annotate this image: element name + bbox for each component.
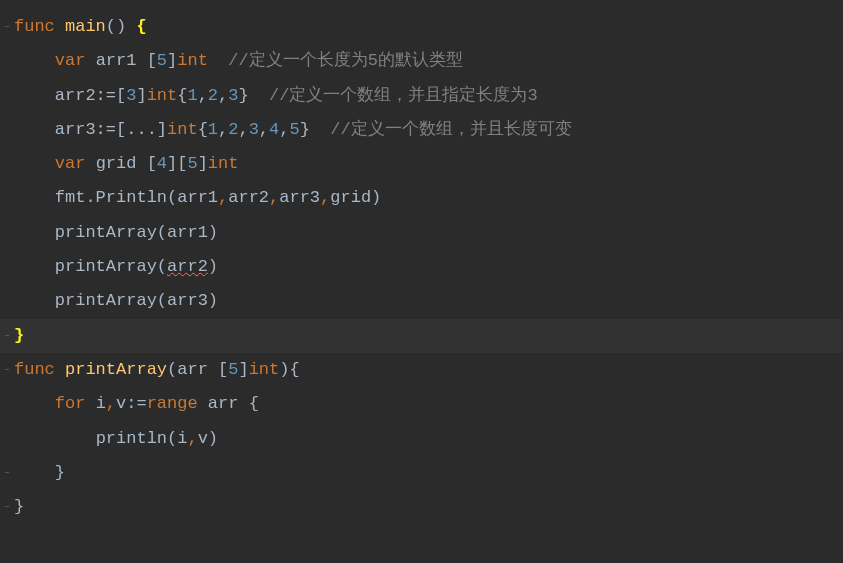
indent xyxy=(14,257,55,276)
indent xyxy=(14,223,55,242)
code-line[interactable]: – arr2:=[3]int{1,2,3} //定义一个数组，并且指定长度为3 xyxy=(0,79,843,113)
fold-marker-icon[interactable]: – xyxy=(4,456,10,490)
code-token: func xyxy=(14,17,65,36)
code-token: arr3 xyxy=(279,188,320,207)
code-token: func xyxy=(14,360,65,379)
code-token: v) xyxy=(198,429,218,448)
code-token: int xyxy=(249,360,280,379)
code-line[interactable]: – println(i,v) xyxy=(0,422,843,456)
code-token: println(i xyxy=(96,429,188,448)
code-token: } xyxy=(238,86,269,105)
code-token: , xyxy=(238,120,248,139)
indent xyxy=(14,394,55,413)
code-token: } xyxy=(55,463,65,482)
code-editor[interactable]: –func main() {– var arr1 [5]int //定义一个长度… xyxy=(0,10,843,524)
code-token: 4 xyxy=(269,120,279,139)
code-token: range xyxy=(147,394,208,413)
code-token: int xyxy=(177,51,208,70)
code-line[interactable]: – fmt.Println(arr1,arr2,arr3,grid) xyxy=(0,181,843,215)
code-token: int xyxy=(167,120,198,139)
code-token: 1 xyxy=(187,86,197,105)
code-token: 5 xyxy=(228,360,238,379)
code-token: () xyxy=(106,17,137,36)
indent xyxy=(14,86,55,105)
code-line[interactable]: –} xyxy=(0,319,843,353)
code-token: //定义一个数组，并且长度可变 xyxy=(330,120,571,139)
code-token: arr { xyxy=(208,394,259,413)
code-token: grid [ xyxy=(96,154,157,173)
code-line[interactable]: – printArray(arr3) xyxy=(0,284,843,318)
code-token: , xyxy=(320,188,330,207)
code-token: , xyxy=(218,86,228,105)
code-token: , xyxy=(269,188,279,207)
code-token: 5 xyxy=(289,120,299,139)
indent xyxy=(14,291,55,310)
code-token: 3 xyxy=(228,86,238,105)
code-token: , xyxy=(218,188,228,207)
code-token: { xyxy=(177,86,187,105)
code-token: , xyxy=(218,120,228,139)
code-token: printArray(arr3) xyxy=(55,291,218,310)
code-token: printArray( xyxy=(55,257,167,276)
code-token: } xyxy=(300,120,331,139)
code-token: , xyxy=(198,86,208,105)
code-token: 3 xyxy=(249,120,259,139)
code-token: arr1 [ xyxy=(96,51,157,70)
indent xyxy=(14,188,55,207)
code-token: //定义一个长度为5的默认类型 xyxy=(208,51,463,70)
fold-marker-icon[interactable]: – xyxy=(4,10,10,44)
code-token: , xyxy=(279,120,289,139)
code-line[interactable]: – printArray(arr1) xyxy=(0,216,843,250)
code-token: for xyxy=(55,394,96,413)
code-token: 4 xyxy=(157,154,167,173)
code-token: } xyxy=(14,326,24,345)
code-line[interactable]: – var grid [4][5]int xyxy=(0,147,843,181)
code-token: v:= xyxy=(116,394,147,413)
code-line[interactable]: – printArray(arr2) xyxy=(0,250,843,284)
code-token: arr3:=[...] xyxy=(55,120,167,139)
code-token: ] xyxy=(238,360,248,379)
code-token: printArray(arr1) xyxy=(55,223,218,242)
indent xyxy=(14,120,55,139)
code-line[interactable]: – var arr1 [5]int //定义一个长度为5的默认类型 xyxy=(0,44,843,78)
indent xyxy=(14,429,96,448)
code-token: ){ xyxy=(279,360,299,379)
code-token: { xyxy=(198,120,208,139)
fold-marker-icon[interactable]: – xyxy=(4,353,10,387)
code-line[interactable]: – arr3:=[...]int{1,2,3,4,5} //定义一个数组，并且长… xyxy=(0,113,843,147)
code-token: ] xyxy=(167,51,177,70)
code-token: grid) xyxy=(330,188,381,207)
code-token: ] xyxy=(198,154,208,173)
code-line[interactable]: – } xyxy=(0,456,843,490)
code-token: { xyxy=(136,17,146,36)
code-token: 1 xyxy=(208,120,218,139)
code-token: fmt.Println(arr1 xyxy=(55,188,218,207)
fold-marker-icon[interactable]: – xyxy=(4,319,10,353)
code-token: 2 xyxy=(228,120,238,139)
code-token: main xyxy=(65,17,106,36)
code-token: int xyxy=(147,86,178,105)
indent xyxy=(14,51,55,70)
code-token: var xyxy=(55,154,96,173)
code-token: arr2 xyxy=(228,188,269,207)
code-token: 5 xyxy=(157,51,167,70)
code-token: 3 xyxy=(126,86,136,105)
code-token: , xyxy=(259,120,269,139)
code-token: ][ xyxy=(167,154,187,173)
code-token: 2 xyxy=(208,86,218,105)
code-line[interactable]: –func main() { xyxy=(0,10,843,44)
code-token: printArray xyxy=(65,360,167,379)
indent xyxy=(14,463,55,482)
code-token: i xyxy=(96,394,106,413)
code-token: arr2:=[ xyxy=(55,86,126,105)
code-token: //定义一个数组，并且指定长度为3 xyxy=(269,86,538,105)
code-token: , xyxy=(106,394,116,413)
code-line[interactable]: – for i,v:=range arr { xyxy=(0,387,843,421)
indent xyxy=(14,154,55,173)
code-token: var xyxy=(55,51,96,70)
fold-marker-icon[interactable]: – xyxy=(4,490,10,524)
code-token: ] xyxy=(136,86,146,105)
code-line[interactable]: –func printArray(arr [5]int){ xyxy=(0,353,843,387)
code-line[interactable]: –} xyxy=(0,490,843,524)
code-token: , xyxy=(187,429,197,448)
